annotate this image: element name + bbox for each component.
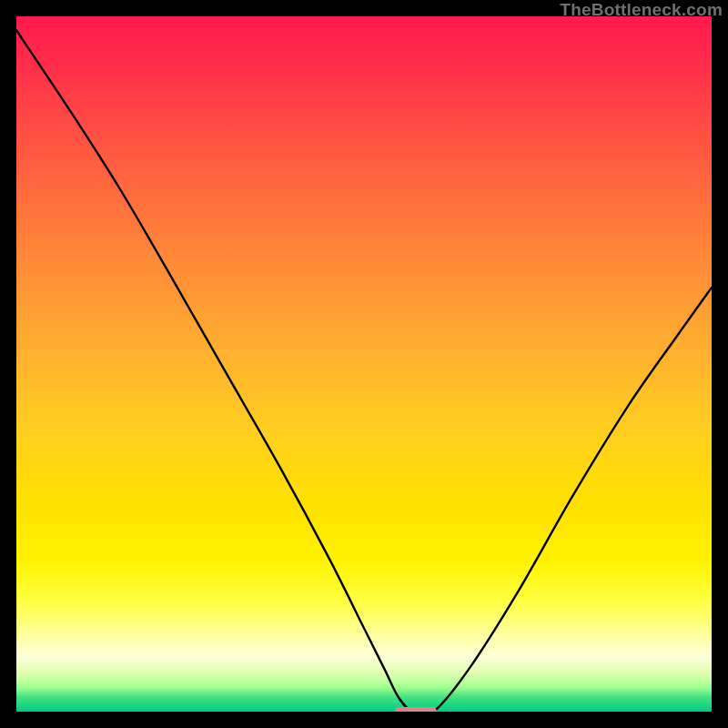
- bottleneck-curve: [16, 16, 712, 712]
- chart-frame: { "watermark": "TheBottleneck.com", "cha…: [0, 0, 728, 728]
- watermark-text: TheBottleneck.com: [560, 0, 723, 20]
- plot-area: [16, 16, 712, 712]
- optimal-marker: [395, 707, 437, 712]
